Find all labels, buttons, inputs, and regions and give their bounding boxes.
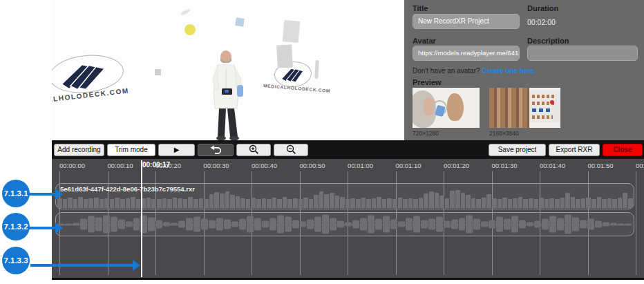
waveform-bar xyxy=(473,219,480,230)
create-avatar-link[interactable]: Create one here. xyxy=(482,67,536,75)
waveform-bar xyxy=(421,220,428,229)
waveform-bar xyxy=(283,197,287,208)
timeline-gridline xyxy=(636,171,636,275)
timeline-tick-label: 00:02:00 xyxy=(636,162,644,169)
waveform-bar xyxy=(307,220,314,229)
avatar-hint: Don't have an avatar? Create one here. xyxy=(413,67,536,75)
waveform-bar xyxy=(100,199,104,208)
waveform-bar xyxy=(115,198,120,208)
waveform-bar xyxy=(390,220,397,229)
floating-yellow-circle xyxy=(184,24,196,35)
annotation-arrow-7131 xyxy=(29,193,56,196)
description-input[interactable] xyxy=(527,46,638,61)
waveform-bar xyxy=(214,192,219,208)
waveform-bar xyxy=(428,219,435,230)
play-button[interactable]: ▶ xyxy=(158,144,195,156)
waveform-bar xyxy=(225,191,230,208)
waveform-bar xyxy=(118,220,125,229)
waveform-bar xyxy=(618,198,623,208)
track-name: 5e61d63f-447f-422d-8e06-7b23b7c79554.rxr xyxy=(60,185,195,193)
waveform-bar xyxy=(539,198,544,208)
timeline-ruler-area[interactable]: 5e61d63f-447f-422d-8e06-7b23b7c79554.rxr… xyxy=(52,159,644,280)
waveform-bar xyxy=(496,217,503,232)
undo-button[interactable] xyxy=(198,144,234,156)
waveform-bar xyxy=(508,199,513,208)
waveform-bar xyxy=(471,198,476,208)
panel-row xyxy=(532,95,556,98)
waveform-bar xyxy=(489,220,495,229)
timeline-tick-label: 00:01:00 xyxy=(348,162,373,169)
anatomy-columns-image xyxy=(489,88,529,128)
audio-waveform xyxy=(57,213,632,236)
waveform-bar xyxy=(131,197,135,208)
waveform-bar xyxy=(628,198,633,208)
waveform-bar xyxy=(110,199,115,208)
title-label: Title xyxy=(413,4,428,12)
add-recording-button[interactable]: Add recording xyxy=(54,144,104,156)
waveform-bar xyxy=(352,220,359,229)
waveform-bar xyxy=(104,198,109,208)
waveform-bar xyxy=(193,199,198,208)
playhead[interactable] xyxy=(141,160,142,277)
waveform-bar xyxy=(251,198,256,208)
scene-preview[interactable]: CALHOLODECK.COM MEDICALHOLODECK.COM xyxy=(52,0,404,140)
waveform-bar xyxy=(398,198,403,208)
waveform-bar xyxy=(73,199,78,208)
waveform-bar xyxy=(199,198,204,208)
waveform-bar xyxy=(572,218,579,231)
waveform-bar xyxy=(591,199,596,208)
waveform-bar xyxy=(209,194,214,208)
trim-mode-button[interactable]: Trim mode xyxy=(107,144,155,156)
title-input[interactable]: New RecordXR Project xyxy=(413,14,520,29)
waveform-bar xyxy=(580,220,587,229)
avatar-url-input[interactable]: https://models.readyplayer.me/6418527 xyxy=(413,46,520,61)
waveform-bar xyxy=(220,193,225,208)
waveform-bar xyxy=(183,199,188,208)
waveform-bar xyxy=(360,218,367,231)
red-marker xyxy=(550,100,554,104)
waveform-bar xyxy=(340,197,345,208)
recordxr-editor-window: CALHOLODECK.COM MEDICALHOLODECK.COM xyxy=(0,0,644,284)
zoom-out-button[interactable] xyxy=(274,144,308,156)
waveform-bar xyxy=(314,195,319,208)
export-rxr-button[interactable]: Export RXR xyxy=(549,144,600,156)
waveform-bar xyxy=(186,218,193,231)
description-label: Description xyxy=(527,37,569,45)
waveform-bar xyxy=(167,199,172,208)
waveform-bar xyxy=(88,216,95,233)
close-button[interactable]: Close xyxy=(603,144,643,156)
waveform-bar xyxy=(557,218,564,231)
waveform-bar xyxy=(466,216,473,234)
waveform-bar xyxy=(162,198,167,208)
timeline-tick-label: 00:00:30 xyxy=(204,162,229,169)
play-icon: ▶ xyxy=(174,146,180,153)
waveform-bar xyxy=(262,221,269,228)
zoom-out-icon xyxy=(286,144,296,155)
save-project-button[interactable]: Save project xyxy=(489,144,546,156)
timeline-tick-label: 00:00:00 xyxy=(59,162,85,169)
waveform-bar xyxy=(246,199,251,208)
waveform-bar xyxy=(502,198,507,208)
doctor-avatar xyxy=(209,50,245,140)
waveform-bar xyxy=(178,198,182,208)
waveform-bar xyxy=(126,198,131,208)
waveform-bar xyxy=(287,199,292,208)
waveform-bar xyxy=(209,220,216,229)
waveform-bar xyxy=(486,194,491,208)
preview-thumbnail-2160 xyxy=(489,88,560,128)
waveform-bar xyxy=(84,199,88,208)
waveform-bar xyxy=(247,216,254,233)
waveform-bar xyxy=(193,217,200,232)
waveform-bar xyxy=(277,199,282,208)
zoom-in-button[interactable] xyxy=(236,144,271,156)
waveform-bar xyxy=(57,198,62,208)
waveform-bar xyxy=(293,198,298,208)
waveform-bar xyxy=(466,195,471,208)
waveform-bar xyxy=(337,221,344,228)
waveform-bar xyxy=(309,199,314,208)
waveform-bar xyxy=(377,197,381,208)
waveform-bar xyxy=(319,191,324,208)
waveform-bar xyxy=(492,198,497,208)
waveform-bar xyxy=(163,223,170,227)
waveform-bar xyxy=(439,196,444,208)
